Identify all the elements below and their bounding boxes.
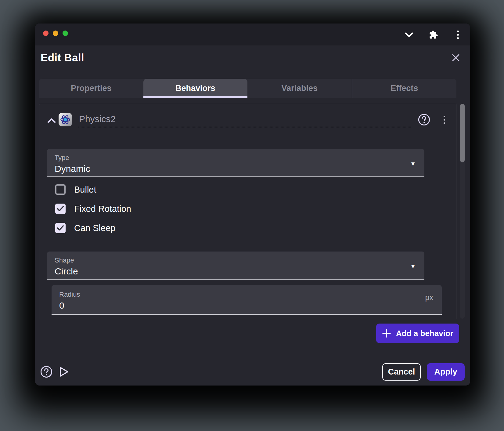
tab-behaviors[interactable]: Behaviors bbox=[143, 79, 248, 98]
puzzle-extension-icon[interactable] bbox=[429, 30, 438, 40]
dropdown-arrow-icon: ▼ bbox=[410, 263, 416, 270]
checkbox-label: Fixed Rotation bbox=[74, 204, 131, 214]
scrollbar-thumb[interactable] bbox=[460, 104, 465, 162]
checkbox-can-sleep[interactable]: Can Sleep bbox=[55, 223, 115, 233]
dialog-tabs: Properties Behaviors Variables Effects bbox=[39, 79, 456, 98]
checkbox-box bbox=[55, 204, 66, 214]
check-icon bbox=[57, 225, 64, 231]
minimize-window-button[interactable] bbox=[53, 31, 58, 36]
titlebar-actions bbox=[404, 24, 463, 46]
behavior-panel: Type Dynamic ▼ Bullet Fixed Rotation Can… bbox=[39, 104, 456, 319]
checkbox-box bbox=[55, 184, 66, 195]
zoom-window-button[interactable] bbox=[63, 31, 68, 36]
plus-icon bbox=[382, 329, 391, 338]
atom-icon bbox=[58, 113, 72, 127]
radius-unit: px bbox=[425, 293, 433, 302]
edit-ball-dialog-window: Edit Ball Properties Behaviors Variables… bbox=[35, 24, 470, 386]
window-titlebar bbox=[35, 24, 470, 46]
close-window-button[interactable] bbox=[43, 31, 49, 36]
tab-properties[interactable]: Properties bbox=[39, 79, 143, 98]
cancel-button[interactable]: Cancel bbox=[382, 363, 421, 381]
play-icon[interactable] bbox=[57, 365, 71, 379]
behavior-kebab-menu-icon[interactable] bbox=[438, 114, 450, 125]
shape-value: Circle bbox=[55, 266, 78, 277]
behavior-name-field[interactable] bbox=[78, 113, 411, 127]
kebab-menu-icon[interactable] bbox=[453, 30, 463, 40]
type-value: Dynamic bbox=[55, 164, 90, 174]
radius-input[interactable] bbox=[59, 300, 395, 311]
help-circle-icon[interactable] bbox=[39, 365, 53, 379]
add-behavior-button[interactable]: Add a behavior bbox=[376, 324, 459, 343]
dropdown-arrow-icon: ▼ bbox=[410, 161, 416, 167]
check-icon bbox=[57, 206, 64, 212]
checkbox-bullet[interactable]: Bullet bbox=[55, 184, 96, 195]
help-circle-icon[interactable] bbox=[417, 113, 431, 127]
radius-label: Radius bbox=[59, 291, 80, 299]
tab-effects[interactable]: Effects bbox=[352, 79, 457, 98]
page-title: Edit Ball bbox=[41, 52, 84, 64]
close-dialog-icon[interactable] bbox=[449, 51, 463, 64]
apply-button[interactable]: Apply bbox=[427, 363, 465, 381]
type-select[interactable]: Type Dynamic ▼ bbox=[47, 149, 424, 177]
traffic-lights bbox=[43, 31, 68, 36]
shape-select[interactable]: Shape Circle ▼ bbox=[47, 252, 424, 280]
tab-variables[interactable]: Variables bbox=[247, 79, 352, 98]
radius-field[interactable]: Radius px bbox=[52, 285, 442, 315]
shape-label: Shape bbox=[55, 256, 74, 264]
checkbox-box bbox=[55, 223, 66, 233]
chevron-down-icon[interactable] bbox=[404, 30, 414, 40]
checkbox-label: Bullet bbox=[74, 185, 96, 195]
add-behavior-label: Add a behavior bbox=[396, 329, 453, 338]
type-label: Type bbox=[55, 154, 69, 162]
chevron-up-icon[interactable] bbox=[46, 116, 57, 125]
checkbox-label: Can Sleep bbox=[74, 223, 115, 233]
checkbox-fixed-rotation[interactable]: Fixed Rotation bbox=[55, 204, 131, 214]
